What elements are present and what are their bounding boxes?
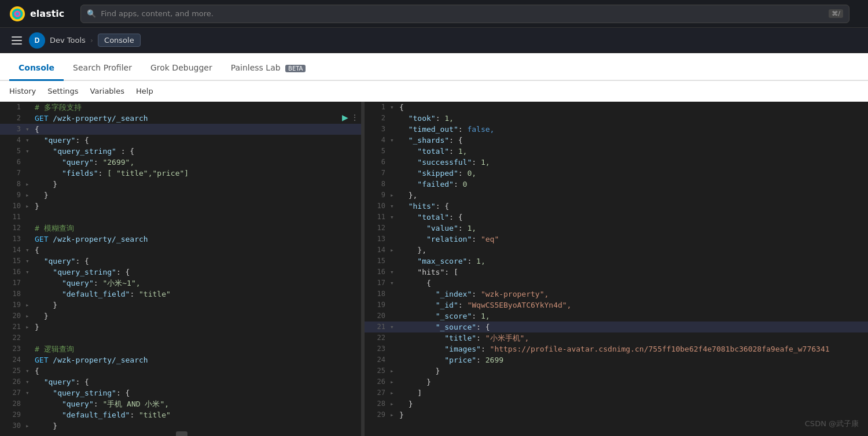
editor-line: 22: [0, 332, 363, 343]
tab-search-profiler[interactable]: Search Profiler: [64, 63, 141, 81]
subnav-history[interactable]: History: [9, 87, 36, 95]
fold-indicator[interactable]: ▸: [25, 179, 35, 190]
line-number: 29: [365, 409, 390, 420]
line-number: 6: [365, 157, 390, 168]
line-content: "query_string": {: [35, 267, 363, 278]
resize-handle[interactable]: [361, 102, 363, 436]
hamburger-button[interactable]: [9, 34, 24, 47]
panel-divider[interactable]: [176, 431, 187, 436]
line-number: 9: [365, 190, 390, 201]
fold-indicator[interactable]: ▸: [25, 190, 35, 201]
output-line: 28▸ }: [365, 398, 868, 409]
fold-indicator[interactable]: ▾: [25, 256, 35, 267]
line-number: 4: [365, 135, 390, 146]
fold-indicator[interactable]: ▾: [25, 124, 35, 135]
fold-indicator[interactable]: ▸: [390, 365, 399, 376]
output-line: 4▾ "_shards": {: [365, 135, 868, 146]
fold-indicator[interactable]: ▸: [25, 311, 35, 322]
output-code-area[interactable]: 1▾{2 "took": 1,3 "timed_out": false,4▾ "…: [365, 102, 868, 436]
line-number: 3: [365, 124, 390, 135]
tab-grok-debugger[interactable]: Grok Debugger: [141, 63, 222, 81]
line-number: 28: [0, 398, 25, 409]
line-content: "relation": "eq": [399, 234, 868, 245]
fold-indicator[interactable]: ▸: [390, 376, 399, 387]
line-content: "query": {: [35, 376, 363, 387]
line-content: {: [35, 365, 363, 376]
fold-indicator[interactable]: ▾: [25, 146, 35, 157]
line-content: "query": {: [35, 256, 363, 267]
output-line: 14▸ },: [365, 245, 868, 256]
editor-code-area[interactable]: 1 # 多字段支持2 GET /wzk-property/_search ▶ ⋮…: [0, 102, 363, 436]
line-number: 6: [0, 157, 25, 168]
fold-indicator[interactable]: ▾: [25, 267, 35, 278]
editor-line: 8▸ }: [0, 179, 363, 190]
line-number: 8: [365, 179, 390, 190]
line-content: "default_field": "title": [35, 289, 363, 300]
line-number: 4: [0, 135, 25, 146]
breadcrumb-devtools[interactable]: Dev Tools: [50, 36, 86, 45]
fold-indicator[interactable]: ▸: [390, 398, 399, 409]
fold-indicator[interactable]: ▾: [25, 376, 35, 387]
editor-line: 6 "query": "2699",: [0, 157, 363, 168]
editor-line: 24 GET /wzk-property/_search: [0, 354, 363, 365]
tab-console[interactable]: Console: [9, 63, 64, 81]
editor-line: 3▾{: [0, 124, 363, 135]
editor-line: 5▾ "query_string" : {: [0, 146, 363, 157]
fold-indicator[interactable]: ▾: [390, 102, 399, 113]
subnav-settings[interactable]: Settings: [47, 87, 78, 95]
fold-indicator[interactable]: ▸: [390, 387, 399, 398]
line-content: "price": 2699: [399, 354, 868, 365]
fold-indicator[interactable]: ▾: [390, 278, 399, 289]
fold-indicator[interactable]: ▾: [390, 212, 399, 223]
fold-indicator[interactable]: ▾: [25, 135, 35, 146]
output-line: 13 "relation": "eq": [365, 234, 868, 245]
fold-indicator[interactable]: ▸: [390, 409, 399, 420]
line-content: {: [399, 278, 868, 289]
more-button[interactable]: ⋮: [351, 113, 359, 122]
fold-indicator[interactable]: ▸: [25, 201, 35, 212]
line-number: 27: [365, 387, 390, 398]
line-number: 7: [365, 168, 390, 179]
avatar-button[interactable]: D: [29, 32, 45, 49]
line-number: 14: [0, 245, 25, 256]
fold-indicator[interactable]: ▾: [25, 387, 35, 398]
fold-indicator[interactable]: ▸: [390, 245, 399, 256]
subnav-help[interactable]: Help: [136, 87, 153, 95]
breadcrumb-console[interactable]: Console: [98, 34, 141, 47]
fold-indicator[interactable]: ▸: [25, 420, 35, 431]
line-content: "failed": 0: [399, 179, 868, 190]
line-number: 25: [365, 365, 390, 376]
editor-line: 25▾{: [0, 365, 363, 376]
line-content: "_score": 1,: [399, 311, 868, 322]
fold-indicator[interactable]: ▸: [390, 190, 399, 201]
line-content: "_shards": {: [399, 135, 868, 146]
output-line: 17▾ {: [365, 278, 868, 289]
elastic-logo[interactable]: elastic: [9, 6, 64, 22]
output-line: 25▸ }: [365, 365, 868, 376]
editor-line: 23 # 逻辑查询: [0, 343, 363, 354]
hamburger-line: [12, 43, 22, 45]
line-content: "images": "https://profile-avatar.csdnim…: [399, 343, 868, 354]
line-number: 22: [0, 332, 25, 343]
fold-indicator[interactable]: ▸: [25, 300, 35, 311]
editor-line: 16▾ "query_string": {: [0, 267, 363, 278]
fold-indicator[interactable]: ▾: [390, 322, 399, 332]
fold-indicator[interactable]: ▾: [25, 245, 35, 256]
line-number: 26: [0, 376, 25, 387]
global-search[interactable]: 🔍 Find apps, content, and more. ⌘/: [80, 5, 849, 23]
fold-indicator[interactable]: ▾: [25, 365, 35, 376]
fold-indicator[interactable]: ▾: [390, 267, 399, 278]
line-number: 18: [365, 289, 390, 300]
fold-indicator[interactable]: ▸: [25, 322, 35, 332]
editor-line: 11: [0, 212, 363, 223]
line-content: }: [35, 311, 363, 322]
subnav-variables[interactable]: Variables: [90, 87, 124, 95]
fold-indicator[interactable]: ▾: [390, 135, 399, 146]
run-button[interactable]: ▶: [342, 113, 348, 122]
fold-indicator[interactable]: ▾: [390, 201, 399, 212]
line-number: 18: [0, 289, 25, 300]
tab-painless-lab[interactable]: Painless Lab BETA: [222, 63, 315, 81]
line-number: 27: [0, 387, 25, 398]
output-line: 3 "timed_out": false,: [365, 124, 868, 135]
search-shortcut: ⌘/: [829, 9, 843, 18]
